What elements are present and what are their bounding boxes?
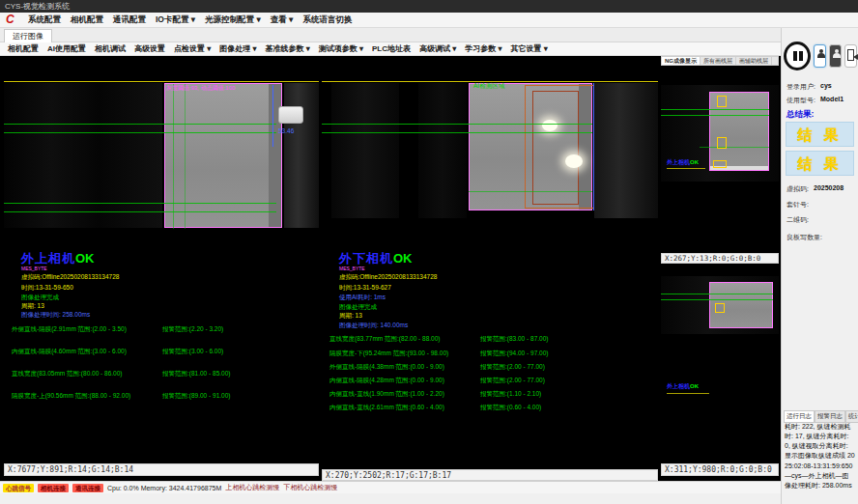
measurement-row: 内侧直线-直线(1.90mm 范围:(1.00 - 2.20) 报警范围:(1.… bbox=[322, 390, 658, 400]
toolbar-baseline-params[interactable]: 基准线参数 ▾ bbox=[266, 43, 310, 54]
roi-box-yellow bbox=[717, 96, 727, 107]
product-region bbox=[164, 83, 282, 228]
coords-readout-left: X:7677;Y:891;R:14;G:14;B:14 bbox=[4, 463, 319, 476]
good-count-label: 良板写数量: bbox=[786, 233, 822, 242]
camera-view-upper-outer[interactable]: 灰度阈值:93, 动态阈值:100 53.46 外上相机OK MES_BYTE … bbox=[4, 56, 319, 463]
toolbar-camera-debug[interactable]: 相机调试 bbox=[95, 43, 126, 54]
overlay-line-green bbox=[700, 147, 769, 148]
tab-ng-display[interactable]: NG成像显示 bbox=[662, 57, 701, 65]
user-switch-button[interactable] bbox=[814, 44, 826, 68]
coords-readout-small-bottom: X:311;Y:980;R:0;G:0;B:0 bbox=[661, 463, 779, 476]
pause-icon bbox=[799, 51, 803, 61]
upper-camera-heartbeat-warning: 上相机心跳检测慢 bbox=[225, 483, 279, 492]
lower-camera-heartbeat-warning: 下相机心跳检测慢 bbox=[283, 483, 337, 492]
status-bar: 心跳信号 相机连接 通讯连接 Cpu: 0.0% Memory: 3424.41… bbox=[0, 481, 781, 493]
measure-value-overlay: 53.46 bbox=[278, 127, 294, 134]
ai-detect-box-red bbox=[532, 91, 579, 205]
app-window: CYS-视觉检测系统 C 系统配置 相机配置 通讯配置 IO卡配置 ▾ 光源控制… bbox=[0, 0, 858, 504]
cpu-memory-readout: Cpu: 0.0% Memory: 3424.41796875M bbox=[107, 485, 221, 491]
user-dark-icon bbox=[833, 49, 841, 57]
process-done-line: 图像处理完成 bbox=[21, 294, 59, 302]
mes-byte-label: MES_BYTE bbox=[21, 266, 47, 271]
pause-button[interactable] bbox=[784, 42, 811, 70]
menu-item-view[interactable]: 查看 ▾ bbox=[271, 14, 294, 26]
threshold-overlay-label: 灰度阈值:93, 动态阈值:100 bbox=[166, 84, 235, 93]
window-title: CYS-视觉检测系统 bbox=[5, 2, 70, 11]
tab-run-image[interactable]: 运行图像 bbox=[4, 29, 52, 42]
camera-view-lower-outer[interactable]: AI检测区域 外下相机OK MES_BYTE 虚拟码:Offline202502… bbox=[322, 56, 658, 469]
toolbar-other-settings[interactable]: 其它设置 ▾ bbox=[511, 43, 548, 54]
alarm-range-text: 报警范围:(89.00 - 91.00) bbox=[162, 392, 230, 401]
scene-background-texture bbox=[594, 83, 658, 218]
overlay-line-green bbox=[322, 124, 592, 125]
mes-byte-label: MES_BYTE bbox=[339, 266, 365, 271]
mini-ok-badge: OK bbox=[690, 159, 699, 165]
toolbar-image-processing[interactable]: 图像处理 ▾ bbox=[219, 43, 256, 54]
process-time-line: 图像处理时间: 258.00ms bbox=[21, 311, 90, 320]
alarm-range-text: 报警范围:(81.00 - 85.00) bbox=[162, 370, 230, 378]
exit-button[interactable] bbox=[844, 44, 857, 68]
toolbar-test-params[interactable]: 测试项参数 ▾ bbox=[319, 43, 363, 54]
alarm-range-text: 报警范围:(0.60 - 4.00) bbox=[480, 404, 541, 412]
measurement-row: 内侧直线-隔膜(4.60mm 范围:(3.00 - 6.00) 报警范围:(3.… bbox=[4, 348, 319, 357]
cycle-line: 周期: 13 bbox=[21, 302, 44, 311]
toolbar-plc-address[interactable]: PLC地址表 bbox=[372, 43, 411, 54]
result-ok-badge: OK bbox=[75, 251, 95, 266]
operator-button[interactable] bbox=[829, 44, 842, 68]
overlay-line-green bbox=[4, 124, 276, 125]
mini-info-line bbox=[667, 168, 705, 169]
small-camera-view-top[interactable]: 外上相机OK bbox=[661, 66, 779, 253]
roi-box-yellow bbox=[713, 160, 727, 168]
measurement-text: 外侧直线-隔膜(4.38mm 范围:(0.00 - 9.00) bbox=[329, 363, 444, 372]
overlay-line-green bbox=[661, 109, 769, 110]
measurement-row: 外侧直线-隔膜(2.91mm 范围:(2.00 - 3.50) 报警范围:(2.… bbox=[4, 325, 319, 335]
window-titlebar: CYS-视觉检测系统 bbox=[0, 0, 858, 13]
menu-item-camera-config[interactable]: 相机配置 bbox=[71, 14, 103, 26]
toolbar-learning-params[interactable]: 学习参数 ▾ bbox=[465, 43, 501, 54]
process-done-line: 图像处理完成 bbox=[339, 303, 377, 312]
virtual-code-line: 虚拟码:Offline20250208133134728 bbox=[21, 273, 119, 282]
menu-item-language[interactable]: 系统语言切换 bbox=[302, 14, 352, 26]
toolbar-advanced-debug[interactable]: 高级调试 ▾ bbox=[419, 43, 456, 54]
coords-readout-mid: X:270;Y:2502;R:17;G:17;B:17 bbox=[322, 469, 658, 481]
pause-icon bbox=[793, 51, 797, 61]
measurement-text: 内侧直线-隔膜(4.60mm 范围:(3.00 - 6.00) bbox=[12, 348, 127, 356]
overlay-line-green bbox=[322, 132, 592, 133]
overlay-line-green bbox=[661, 294, 773, 294]
measurement-row: 隔膜宽度-上(90.56mm 范围:(88.00 - 92.00) 报警范围:(… bbox=[4, 392, 319, 402]
login-user-value: cys bbox=[820, 82, 832, 89]
menu-item-light-config[interactable]: 光源控制配置 ▾ bbox=[205, 14, 261, 26]
overlay-line-green bbox=[185, 84, 186, 229]
menu-item-comm-config[interactable]: 通讯配置 bbox=[113, 14, 146, 26]
alarm-range-text: 报警范围:(2.00 - 77.00) bbox=[480, 363, 545, 372]
measurement-row: 直线宽度(83.77mm 范围:(82.00 - 88.00) 报警范围:(83… bbox=[322, 335, 658, 345]
tab-all-lines[interactable]: 所有画线层 bbox=[701, 57, 736, 65]
menu-bar: C 系统配置 相机配置 通讯配置 IO卡配置 ▾ 光源控制配置 ▾ 查看 ▾ 系… bbox=[0, 13, 858, 28]
alarm-range-text: 报警范围:(1.10 - 2.10) bbox=[480, 390, 541, 399]
tab-aux-lines[interactable]: 画辅助线层 bbox=[736, 57, 772, 65]
measurement-row: 外侧直线-隔膜(4.38mm 范围:(0.00 - 9.00) 报警范围:(2.… bbox=[322, 363, 658, 373]
camera-name: 外下相机 bbox=[339, 251, 393, 266]
overlay-line-green bbox=[469, 191, 592, 192]
toolbar-advanced-settings[interactable]: 高级设置 bbox=[134, 43, 165, 54]
measurement-text: 直线宽度(83.05mm 范围:(80.00 - 86.00) bbox=[12, 370, 123, 378]
menu-item-io-config[interactable]: IO卡配置 ▾ bbox=[156, 14, 195, 26]
small-view-tabbar: NG成像显示 所有画线层 画辅助线层 bbox=[661, 56, 779, 66]
weld-glow bbox=[565, 154, 583, 168]
camera-connect-badge: 相机连接 bbox=[38, 484, 69, 492]
overlay-line-blue bbox=[593, 83, 594, 210]
measurement-text: 直线宽度(83.77mm 范围:(82.00 - 88.00) bbox=[329, 335, 441, 344]
process-time-line: 图像处理时间: 140.00ms bbox=[339, 322, 408, 330]
coords-readout-small-top: X:267;Y:13;R:0;G:0;B:0 bbox=[661, 253, 779, 264]
roi-box-yellow bbox=[717, 137, 727, 149]
heartbeat-status-badge: 心跳信号 bbox=[3, 484, 34, 492]
measurement-text: 内侧直线-直线(1.90mm 范围:(1.00 - 2.20) bbox=[329, 390, 444, 399]
small-camera-view-bottom[interactable]: 外上相机OK bbox=[661, 266, 779, 463]
toolbar-spot-check[interactable]: 点检设置 ▾ bbox=[174, 43, 211, 54]
toolbar-ai-config[interactable]: AI使用配置 bbox=[47, 43, 86, 54]
toolbar-camera-config[interactable]: 相机配置 bbox=[8, 43, 39, 54]
nozzle-part bbox=[278, 106, 303, 124]
mini-camera-name: 外上相机 bbox=[667, 383, 690, 389]
overlay-line-green bbox=[4, 203, 276, 204]
menu-item-system-config[interactable]: 系统配置 bbox=[28, 14, 61, 26]
